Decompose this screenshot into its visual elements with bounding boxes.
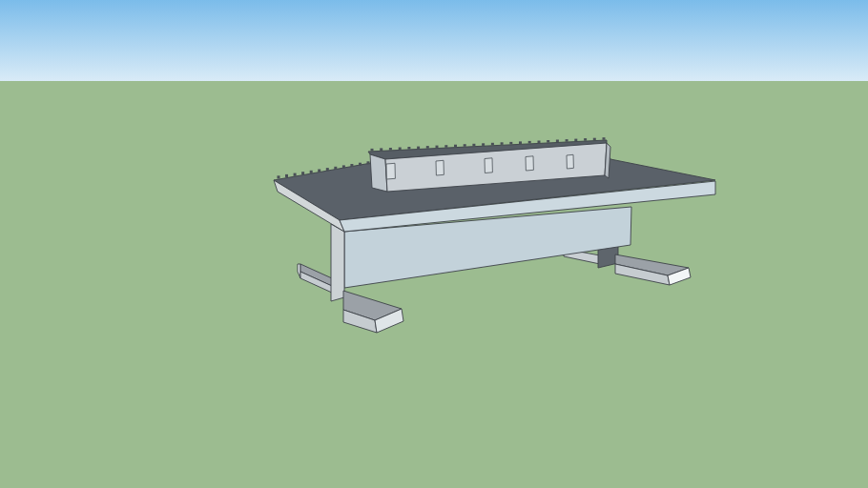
beam-top-edge-notches-notch — [584, 138, 587, 141]
beam-top-edge-notches-notch — [464, 144, 466, 147]
beam-top-edge-notches-notch — [380, 148, 382, 151]
deck-back-edge-notches-notch — [367, 161, 370, 164]
deck-back-edge-notches-notch — [310, 171, 313, 173]
deck-back-edge-notches-notch — [350, 164, 353, 167]
beam-top-edge-notches-notch — [389, 148, 392, 151]
beam-left-end-face — [370, 154, 387, 192]
beam-top-edge-notches-notch — [566, 139, 568, 142]
beam-top-edge-notches-notch — [454, 145, 457, 148]
deck-back-edge-notches-notch — [342, 165, 345, 168]
sky — [0, 0, 868, 81]
beam-top-edge-notches-notch — [501, 142, 504, 145]
beam-top-edge-notches-notch — [399, 148, 402, 151]
beam-top-edge-notches-notch — [482, 143, 485, 146]
beam-slot — [485, 158, 492, 173]
beam-top-edge-notches-notch — [436, 146, 439, 149]
beam-top-edge-notches-notch — [547, 140, 549, 143]
beam-top-edge-notches-notch — [556, 140, 559, 143]
beam-top-edge-notches-notch — [472, 144, 475, 147]
deck-back-edge-notches-notch — [318, 170, 320, 173]
beam-slot — [436, 160, 444, 175]
beam-top-edge-notches-notch — [417, 147, 420, 150]
deck-back-edge-notches-notch — [294, 173, 297, 176]
beam-top-edge-notches-notch — [593, 138, 596, 141]
beam-top-edge-notches-notch — [407, 147, 410, 150]
beam-top-edge-notches-notch — [603, 137, 606, 140]
beam-top-edge-notches-notch — [371, 149, 374, 152]
left-leg-front-face — [331, 224, 344, 301]
scene-svg — [0, 0, 868, 488]
beam-top-edge-notches-notch — [519, 141, 522, 144]
deck-back-edge-notches-notch — [334, 167, 337, 170]
beam-top-edge-notches-notch — [509, 142, 512, 145]
deck-back-edge-notches-notch — [326, 168, 329, 171]
deck-back-edge-notches-notch — [359, 163, 362, 166]
deck-back-edge-notches-notch — [278, 175, 280, 178]
model-viewport[interactable] — [0, 0, 868, 488]
beam-top-edge-notches-notch — [444, 145, 447, 148]
beam-top-edge-notches-notch — [528, 141, 531, 144]
beam-top-edge-notches-notch — [491, 143, 494, 146]
deck-back-edge-notches-notch — [285, 174, 288, 177]
beam-slot — [526, 156, 533, 171]
beam-top-edge-notches-notch — [574, 139, 577, 142]
beam-top-edge-notches-notch — [538, 141, 541, 144]
deck-back-edge-notches-notch — [301, 172, 304, 174]
beam-top-edge-notches-notch — [426, 146, 429, 149]
ground — [0, 81, 868, 488]
beam-slot — [567, 154, 573, 169]
beam-slot — [386, 163, 395, 179]
